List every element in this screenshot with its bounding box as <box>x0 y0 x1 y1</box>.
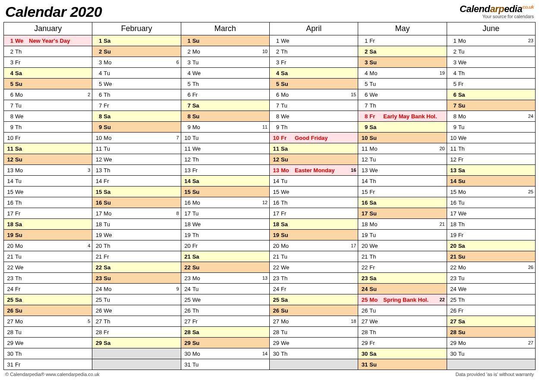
week-number: 16 <box>351 168 356 173</box>
day-number: 14 <box>272 178 281 184</box>
day-number: 9 <box>272 124 281 130</box>
weekday-abbrev: Su <box>15 232 26 238</box>
day-number: 25 <box>272 297 281 303</box>
weekday-abbrev: Su <box>369 286 381 292</box>
calendar-day-cell: 14Sa <box>181 176 269 187</box>
day-number: 25 <box>450 297 458 303</box>
calendar-day-cell: 15We <box>4 187 92 197</box>
day-number: 19 <box>6 232 15 238</box>
weekday-abbrev: Th <box>281 275 292 281</box>
calendar-day-cell: 22Mo26 <box>447 262 535 273</box>
calendar-day-cell: 3Tu <box>181 57 269 68</box>
weekday-abbrev: Th <box>15 124 26 130</box>
calendar-day-cell: 24Mo9 <box>92 284 181 294</box>
calendar-day-cell: 30Sa <box>358 348 447 359</box>
weekday-abbrev: Sa <box>192 329 204 335</box>
calendar-day-cell: 7Tu <box>269 100 358 111</box>
calendar-day-cell: 11Sa <box>4 143 92 154</box>
calendar-day-cell: 21Tu <box>4 251 92 262</box>
weekday-abbrev: Fr <box>281 59 292 66</box>
day-number: 19 <box>450 232 458 238</box>
calendar-day-cell: 3Fr <box>4 57 92 68</box>
weekday-abbrev: Su <box>15 307 26 314</box>
day-number: 23 <box>184 275 192 281</box>
weekday-abbrev: Mo <box>15 318 26 325</box>
calendar-day-cell: 14Tu <box>269 176 358 187</box>
weekday-abbrev: Sa <box>104 113 115 120</box>
day-number: 12 <box>95 156 104 163</box>
day-number: 3 <box>184 59 192 66</box>
week-number: 17 <box>351 243 356 248</box>
calendar-day-cell: 18Mo21 <box>358 219 447 230</box>
day-number: 11 <box>272 145 281 152</box>
day-number: 25 <box>184 297 192 303</box>
day-number: 21 <box>6 253 15 260</box>
calendar-day-cell: 1Mo23 <box>447 35 535 46</box>
weekday-abbrev: Sa <box>281 297 292 303</box>
day-number: 9 <box>361 124 369 130</box>
day-number: 9 <box>95 124 104 130</box>
weekday-abbrev: Fr <box>458 156 470 163</box>
weekday-abbrev: Sa <box>104 340 115 346</box>
calendar-day-cell: 1We <box>269 35 358 46</box>
calendar-day-cell <box>92 348 181 359</box>
weekday-abbrev: Su <box>458 253 470 260</box>
weekday-abbrev: Fr <box>192 243 204 249</box>
calendar-day-cell: 21Sa <box>181 251 269 262</box>
calendar-day-cell: 10Mo7 <box>92 133 181 143</box>
weekday-abbrev: Sa <box>458 243 470 249</box>
day-number: 13 <box>450 167 458 174</box>
weekday-abbrev: We <box>281 264 292 271</box>
week-number: 20 <box>439 146 444 151</box>
calendar-day-cell: 8We <box>269 111 358 122</box>
weekday-abbrev: Su <box>369 59 381 66</box>
weekday-abbrev: Su <box>281 81 292 87</box>
day-number: 6 <box>184 92 192 98</box>
calendar-day-cell: 29Su <box>181 338 269 348</box>
weekday-abbrev: Mo <box>369 221 381 228</box>
weekday-abbrev: We <box>458 59 470 66</box>
calendar-day-cell: 7Tu <box>4 100 92 111</box>
day-number: 8 <box>6 113 15 120</box>
calendar-day-cell: 4Tu <box>92 68 181 79</box>
day-number: 22 <box>95 264 104 271</box>
weekday-abbrev: Th <box>281 124 292 130</box>
day-number: 15 <box>450 189 458 195</box>
day-number: 21 <box>272 253 281 260</box>
weekday-abbrev: Su <box>192 113 204 120</box>
page-title: Calendar 2020 <box>5 3 102 20</box>
day-number: 11 <box>184 145 192 152</box>
day-number: 29 <box>450 340 458 346</box>
calendar-day-cell: 1Fr <box>358 35 447 46</box>
day-number: 18 <box>272 221 281 228</box>
calendar-day-cell: 29Sa <box>92 338 181 348</box>
calendar-day-cell: 24Su <box>358 284 447 294</box>
day-number: 7 <box>95 102 104 109</box>
calendar-day-cell: 11Tu <box>92 143 181 154</box>
calendar-day-cell: 14Su <box>447 176 535 187</box>
weekday-abbrev: Sa <box>369 275 381 281</box>
calendar-day-cell: 7Fr <box>92 100 181 111</box>
calendar-day-cell: 17Su <box>358 208 447 219</box>
day-number: 24 <box>95 286 104 292</box>
day-number: 12 <box>6 156 15 163</box>
day-number: 14 <box>450 178 458 184</box>
weekday-abbrev: Mo <box>281 318 292 325</box>
weekday-abbrev: Fr <box>369 340 381 346</box>
weekday-abbrev: Mo <box>104 210 115 217</box>
day-number: 29 <box>272 340 281 346</box>
weekday-abbrev: Tu <box>458 199 470 206</box>
day-number: 14 <box>6 178 15 184</box>
day-number: 31 <box>184 361 192 368</box>
weekday-abbrev: Fr <box>192 167 204 174</box>
weekday-abbrev: Fr <box>104 253 115 260</box>
calendar-day-cell: 18Tu <box>92 219 181 230</box>
week-number: 26 <box>528 265 533 270</box>
day-number: 23 <box>450 275 458 281</box>
calendar-day-cell: 22Fr <box>358 262 447 273</box>
day-number: 13 <box>6 167 15 174</box>
day-number: 5 <box>184 81 192 87</box>
calendar-day-cell: 27We <box>358 316 447 327</box>
calendar-day-cell: 19Th <box>181 230 269 240</box>
week-number: 9 <box>177 286 179 291</box>
